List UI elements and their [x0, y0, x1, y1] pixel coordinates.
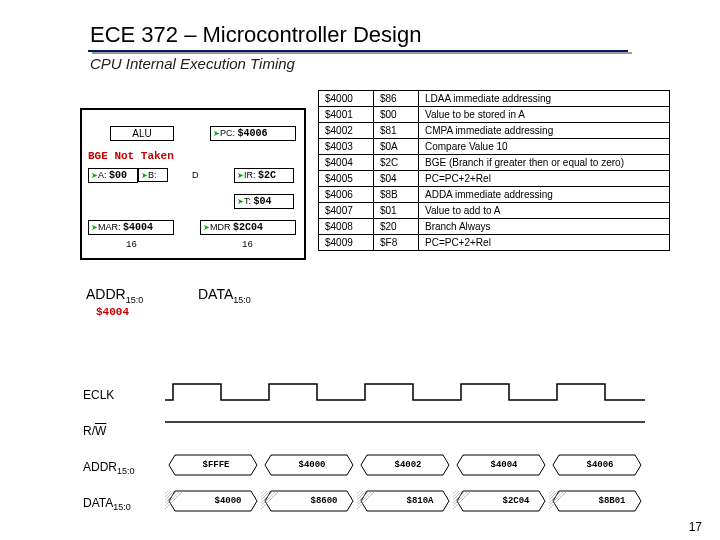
svg-line-23	[453, 491, 456, 494]
mdr-label: MDR	[210, 222, 231, 232]
page-title: ECE 372 – Microcontroller Design	[90, 22, 421, 48]
t-label: T:	[244, 196, 251, 206]
svg-line-10	[261, 491, 267, 497]
timing-diagram: ECLK R/W ADDR15:0	[85, 378, 655, 522]
table-cell: Value to be stored in A	[419, 107, 670, 123]
timing-row-data: DATA15:0 $4000$8600$810A$2C04$8B01	[85, 486, 655, 522]
t-value: $04	[254, 196, 272, 207]
rw-wave	[165, 414, 645, 450]
table-cell: Value to add to A	[419, 203, 670, 219]
svg-line-34	[549, 491, 564, 506]
table-cell: $81	[374, 123, 419, 139]
wave-value: $4002	[375, 460, 441, 470]
svg-line-27	[453, 491, 468, 506]
table-cell: $2C	[374, 155, 419, 171]
table-cell: $4006	[319, 187, 374, 203]
data-bus-label: DATA15:0	[198, 286, 251, 305]
data-text: DATA	[198, 286, 233, 302]
svg-line-3	[165, 491, 171, 497]
svg-line-33	[549, 491, 561, 503]
addr-timing-label: ADDR15:0	[83, 460, 135, 476]
alu-block: ALU	[110, 126, 174, 141]
table-row: $4002$81CMPA immediate addressing	[319, 123, 670, 139]
svg-line-9	[261, 491, 264, 494]
wave-value: $4000	[195, 496, 261, 506]
table-row: $4000$86LDAA immediate addressing	[319, 91, 670, 107]
table-row: $4006$8BADDA immediate addressing	[319, 187, 670, 203]
svg-line-26	[453, 491, 465, 503]
addr-bus-label: ADDR15:0	[86, 286, 143, 305]
table-cell: $4004	[319, 155, 374, 171]
table-row: $4009$F8PC=PC+2+Rel	[319, 235, 670, 251]
table-row: $4003$0ACompare Value 10	[319, 139, 670, 155]
wave-value: $4006	[567, 460, 633, 470]
data-timing-label: DATA15:0	[83, 496, 131, 512]
timing-row-rw: R/W	[85, 414, 655, 450]
table-row: $4007$01Value to add to A	[319, 203, 670, 219]
addr-text: ADDR	[86, 286, 126, 302]
t-register: ➤T: $04	[234, 194, 294, 209]
timing-row-addr: ADDR15:0 $FFFE$4000$4002$4004$4006	[85, 450, 655, 486]
svg-line-30	[549, 491, 552, 494]
table-cell: $4009	[319, 235, 374, 251]
rw-label: R/W	[83, 424, 106, 438]
svg-line-31	[549, 491, 555, 497]
table-cell: $4005	[319, 171, 374, 187]
ir-label: IR:	[244, 170, 256, 180]
svg-line-19	[357, 491, 369, 503]
wave-value: $4004	[471, 460, 537, 470]
arrow-icon: ➤	[213, 129, 220, 138]
table-cell: $4000	[319, 91, 374, 107]
table-cell: PC=PC+2+Rel	[419, 171, 670, 187]
a-register: ➤A: $00	[88, 168, 138, 183]
data-sub: 15:0	[233, 295, 251, 305]
table-cell: $00	[374, 107, 419, 123]
table-cell: $8B	[374, 187, 419, 203]
table-cell: BGE (Branch if greater then or equal to …	[419, 155, 670, 171]
table-cell: PC=PC+2+Rel	[419, 235, 670, 251]
svg-line-2	[165, 491, 168, 494]
pc-register: ➤PC: $4006	[210, 126, 296, 141]
table-cell: $0A	[374, 139, 419, 155]
table-cell: $04	[374, 171, 419, 187]
svg-line-5	[165, 491, 177, 503]
ir-register: ➤IR: $2C	[234, 168, 294, 183]
table-row: $4004$2CBGE (Branch if greater then or e…	[319, 155, 670, 171]
page-subtitle: CPU Internal Execution Timing	[90, 55, 295, 72]
svg-line-20	[357, 491, 372, 506]
table-cell: $01	[374, 203, 419, 219]
eclk-wave	[165, 378, 645, 414]
wave-value: $8600	[291, 496, 357, 506]
table-cell: $20	[374, 219, 419, 235]
table-cell: Compare Value 10	[419, 139, 670, 155]
bus-width-right: 16	[242, 240, 253, 250]
a-label: A:	[98, 170, 107, 180]
data-wave: $4000$8600$810A$2C04$8B01	[165, 486, 645, 522]
table-cell: $4001	[319, 107, 374, 123]
memory-table: $4000$86LDAA immediate addressing$4001$0…	[318, 90, 670, 251]
mar-value: $4004	[123, 222, 153, 233]
bus-width-left: 16	[126, 240, 137, 250]
mar-register: ➤MAR: $4004	[88, 220, 174, 235]
table-cell: $4003	[319, 139, 374, 155]
table-cell: LDAA immediate addressing	[419, 91, 670, 107]
page-number: 17	[689, 520, 702, 534]
wave-value: $810A	[387, 496, 453, 506]
table-cell: $86	[374, 91, 419, 107]
mdr-register: ➤MDR $2C04	[200, 220, 296, 235]
wave-value: $4000	[279, 460, 345, 470]
svg-line-17	[357, 491, 363, 497]
ir-value: $2C	[258, 170, 276, 181]
addr-sub: 15:0	[126, 295, 144, 305]
table-cell: $4002	[319, 123, 374, 139]
wave-value: $FFFE	[183, 460, 249, 470]
table-cell: CMPA immediate addressing	[419, 123, 670, 139]
pc-label: PC:	[220, 128, 235, 138]
mdr-value: $2C04	[233, 222, 263, 233]
table-cell: $4008	[319, 219, 374, 235]
svg-line-6	[165, 491, 180, 506]
title-rule-shadow	[92, 52, 632, 54]
table-row: $4008$20Branch Always	[319, 219, 670, 235]
addr-wave: $FFFE$4000$4002$4004$4006	[165, 450, 645, 486]
pc-value: $4006	[238, 128, 268, 139]
